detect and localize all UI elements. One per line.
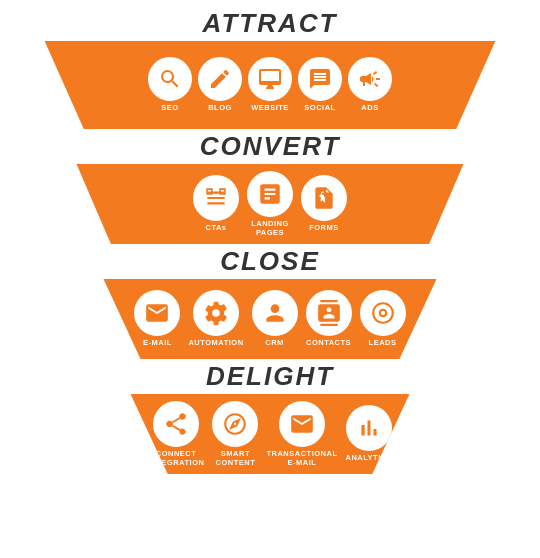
icon-label-leads: LEADS <box>369 339 397 347</box>
funnel-container: ATTRACTSEOBLOGWEBSITESOCIALADSCONVERTCTA… <box>0 0 540 476</box>
icon-circle-automation <box>193 290 239 336</box>
icon-circle-crm <box>252 290 298 336</box>
stage-label-close: CLOSE <box>220 246 320 277</box>
stage-label-attract: ATTRACT <box>203 8 338 39</box>
icon-label-smartcontent: SMART CONTENT <box>216 450 256 467</box>
icon-item-ads: ADS <box>348 57 392 112</box>
icon-circle-analytics <box>346 405 392 451</box>
icon-circle-transactional <box>279 401 325 447</box>
icon-group-delight: CONNECT INTEGRATIONSMART CONTENTTRANSACT… <box>115 394 425 474</box>
trap-convert: CTAsLANDING PAGESFORMS <box>55 164 485 244</box>
trap-wrap-convert: CTAsLANDING PAGESFORMS <box>0 164 540 244</box>
icon-item-landingpages: LANDING PAGES <box>247 171 293 237</box>
icon-item-analytics: ANALYTICS <box>345 405 392 462</box>
icon-label-transactional: TRANSACTIONAL E-MAIL <box>266 450 337 467</box>
icon-label-ctas: CTAs <box>205 224 226 232</box>
icon-item-ctas: CTAs <box>193 175 239 232</box>
stage-label-convert: CONVERT <box>200 131 341 162</box>
icon-label-website: WEBSITE <box>251 104 289 112</box>
trap-delight: CONNECT INTEGRATIONSMART CONTENTTRANSACT… <box>115 394 425 474</box>
stage-label-delight: DELIGHT <box>206 361 334 392</box>
icon-item-transactional: TRANSACTIONAL E-MAIL <box>266 401 337 467</box>
icon-label-forms: FORMS <box>309 224 339 232</box>
icon-circle-social <box>298 57 342 101</box>
icon-item-forms: FORMS <box>301 175 347 232</box>
icon-label-email: E-MAIL <box>143 339 172 347</box>
trap-wrap-close: E-MAILAUTOMATIONCRMCONTACTSLEADS <box>0 279 540 359</box>
icon-circle-smartcontent <box>212 401 258 447</box>
icon-item-email: E-MAIL <box>134 290 180 347</box>
trap-wrap-delight: CONNECT INTEGRATIONSMART CONTENTTRANSACT… <box>0 394 540 474</box>
icon-item-blog: BLOG <box>198 57 242 112</box>
icon-circle-connect <box>153 401 199 447</box>
icon-circle-ctas <box>193 175 239 221</box>
icon-circle-seo <box>148 57 192 101</box>
icon-item-website: WEBSITE <box>248 57 292 112</box>
icon-circle-ads <box>348 57 392 101</box>
icon-group-convert: CTAsLANDING PAGESFORMS <box>55 164 485 244</box>
icon-circle-email <box>134 290 180 336</box>
icon-circle-blog <box>198 57 242 101</box>
icon-item-smartcontent: SMART CONTENT <box>212 401 258 467</box>
trap-wrap-attract: SEOBLOGWEBSITESOCIALADS <box>0 41 540 129</box>
icon-item-connect: CONNECT INTEGRATION <box>148 401 205 467</box>
icon-circle-forms <box>301 175 347 221</box>
icon-label-ads: ADS <box>361 104 378 112</box>
icon-label-crm: CRM <box>265 339 284 347</box>
icon-label-seo: SEO <box>161 104 178 112</box>
icon-label-social: SOCIAL <box>304 104 335 112</box>
icon-item-automation: AUTOMATION <box>188 290 243 347</box>
icon-item-social: SOCIAL <box>298 57 342 112</box>
trap-attract: SEOBLOGWEBSITESOCIALADS <box>25 41 515 129</box>
icon-label-contacts: CONTACTS <box>306 339 351 347</box>
icon-label-automation: AUTOMATION <box>188 339 243 347</box>
icon-circle-landingpages <box>247 171 293 217</box>
icon-label-blog: BLOG <box>208 104 232 112</box>
icon-circle-contacts <box>306 290 352 336</box>
icon-item-seo: SEO <box>148 57 192 112</box>
icon-item-contacts: CONTACTS <box>306 290 352 347</box>
icon-group-attract: SEOBLOGWEBSITESOCIALADS <box>25 41 515 129</box>
icon-label-landingpages: LANDING PAGES <box>251 220 289 237</box>
icon-item-crm: CRM <box>252 290 298 347</box>
icon-circle-website <box>248 57 292 101</box>
icon-group-close: E-MAILAUTOMATIONCRMCONTACTSLEADS <box>85 279 455 359</box>
icon-label-analytics: ANALYTICS <box>345 454 392 462</box>
icon-item-leads: LEADS <box>360 290 406 347</box>
icon-label-connect: CONNECT INTEGRATION <box>148 450 205 467</box>
icon-circle-leads <box>360 290 406 336</box>
trap-close: E-MAILAUTOMATIONCRMCONTACTSLEADS <box>85 279 455 359</box>
